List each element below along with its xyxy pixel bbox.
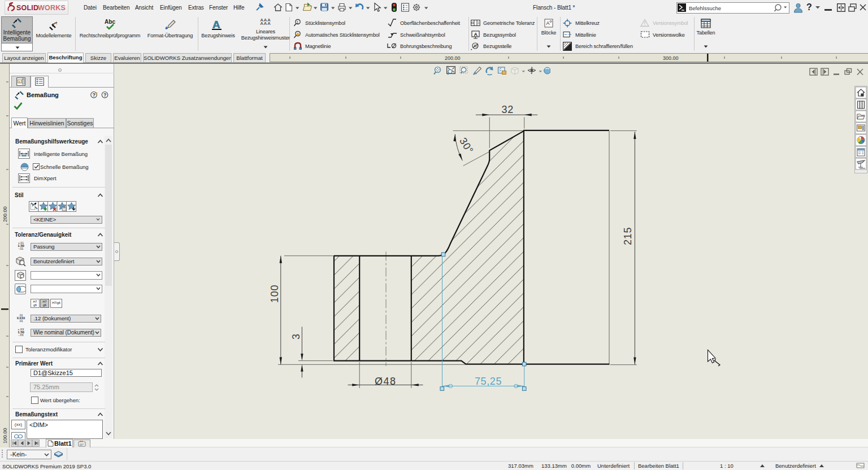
svg-text:SOLID: SOLID (16, 4, 38, 12)
svg-text:?: ? (103, 92, 107, 98)
svg-text:?: ? (93, 92, 96, 98)
svg-text:A: A (474, 32, 478, 37)
svg-text:A: A (546, 20, 550, 26)
svg-text:300.00: 300.00 (663, 55, 679, 61)
svg-text:WORKS: WORKS (38, 4, 66, 12)
svg-text:100.00: 100.00 (2, 428, 8, 443)
svg-text:1: 1 (297, 20, 299, 24)
svg-text:AT: AT (474, 44, 478, 48)
svg-text:200.00: 200.00 (445, 55, 461, 61)
svg-text:200.00: 200.00 (2, 206, 8, 222)
